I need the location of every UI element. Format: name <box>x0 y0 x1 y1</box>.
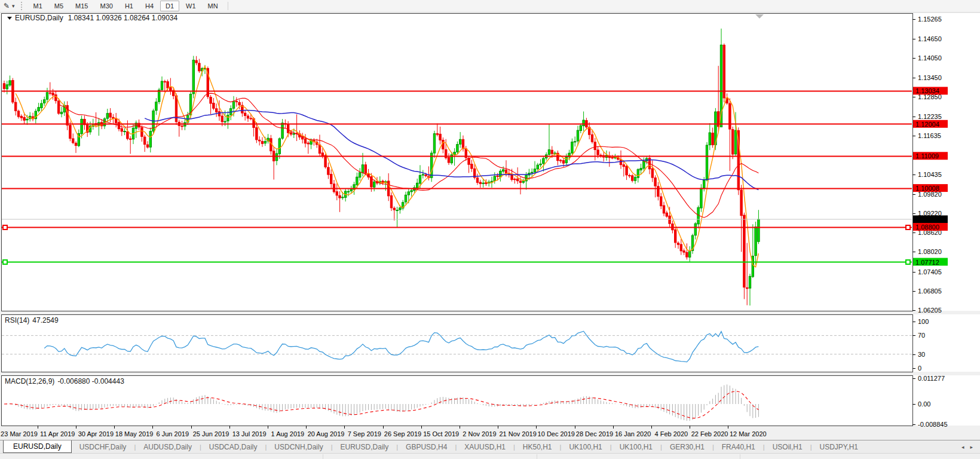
trading-platform-window: { "toolbar": { "draw_icon": "pen-icon", … <box>0 0 980 459</box>
chart-tab-uk100-h1[interactable]: UK100,H1 <box>561 440 610 454</box>
tab-scroll-right-icon[interactable]: ▸ <box>970 444 973 450</box>
statusbar-divider <box>537 454 537 459</box>
chart-tab-usdcad-daily[interactable]: USDCAD,Daily <box>201 440 265 454</box>
macd-current-values: -0.006880 -0.004443 <box>57 377 124 385</box>
svg-text:1.09034: 1.09034 <box>915 216 939 223</box>
statusbar-divider <box>740 454 740 459</box>
chart-tab-eurusd-daily[interactable]: EURUSD,Daily <box>333 440 397 454</box>
chart-tab-eurusd-daily[interactable]: EURUSD,Daily <box>3 440 72 453</box>
date-tick-label: 13 Jul 2019 <box>232 430 267 437</box>
price-tick-label: 1.14050 <box>918 54 942 62</box>
svg-text:1.07712: 1.07712 <box>915 259 939 266</box>
tab-scroll-left-icon[interactable]: ◂ <box>961 444 964 450</box>
price-tick-label: 1.06805 <box>918 287 942 295</box>
chart-tab-gbpusd-h4[interactable]: GBPUSD,H4 <box>398 440 455 454</box>
price-label-1.11009: 1.11009 <box>913 152 948 160</box>
macd-tick-label: 0.011277 <box>918 375 945 382</box>
price-tick-label: 1.10435 <box>918 171 942 178</box>
main-chart-panel[interactable] <box>1 13 912 311</box>
rsi-tick-label: 70 <box>918 332 925 339</box>
price-label-1.12004: 1.12004 <box>913 120 948 128</box>
date-tick-label: 22 Feb 2020 <box>691 430 728 437</box>
date-tick-label: 12 Mar 2020 <box>730 430 767 437</box>
date-tick-label: 18 May 2019 <box>115 430 154 437</box>
rsi-name: RSI(14) <box>5 316 29 325</box>
chart-tab-usdjpy-h1[interactable]: USDJPY,H1 <box>812 440 866 454</box>
date-tick-label: 28 Dec 2019 <box>576 430 613 437</box>
date-tick-label: 26 Sep 2019 <box>384 430 421 437</box>
chart-tab-xauusd-h1[interactable]: XAUUSD,H1 <box>457 440 513 454</box>
date-tick-label: 4 Feb 2020 <box>655 430 688 437</box>
macd-indicator-label: MACD(12,26,9)-0.006880 -0.004443 <box>5 377 124 385</box>
rsi-tick-label: 30 <box>918 351 925 358</box>
rsi-tick-label: 0 <box>918 365 921 372</box>
price-tick-label: 1.15265 <box>918 16 942 23</box>
rsi-panel[interactable] <box>1 314 912 372</box>
price-label-1.13034: 1.13034 <box>913 87 948 94</box>
macd-tick-label: 0.00 <box>918 400 930 408</box>
date-tick-label: 16 Jan 2020 <box>615 430 651 437</box>
date-tick-label: 30 Apr 2019 <box>78 430 114 437</box>
date-tick-label: 1 Aug 2019 <box>271 430 305 437</box>
chart-ohlc-values: 1.08341 1.09326 1.08264 1.09034 <box>68 14 178 22</box>
price-tick-label: 1.06205 <box>918 307 942 314</box>
date-tick-label: 2 Nov 2019 <box>463 430 496 437</box>
chart-symbol-title: EURUSD,Daily <box>15 14 63 22</box>
price-tick-label: 1.13450 <box>918 74 942 81</box>
chart-tab-hk50-h1[interactable]: HK50,H1 <box>515 440 560 454</box>
statusbar-divider <box>323 454 323 459</box>
price-label-1.08800: 1.08800 <box>913 223 948 231</box>
macd-name: MACD(12,26,9) <box>5 377 54 385</box>
price-tick-label: 1.11635 <box>918 132 941 139</box>
rsi-current-value: 47.2549 <box>32 316 59 325</box>
date-tick-label: 15 Oct 2019 <box>423 430 459 437</box>
chart-canvas[interactable]: 1.152651.146501.140501.134501.128501.122… <box>0 0 980 440</box>
svg-text:1.08800: 1.08800 <box>915 224 939 231</box>
chart-tab-bar: EURUSD,DailyUSDCHF,Daily|AUDUSD,Daily|US… <box>0 440 980 454</box>
svg-text:1.13034: 1.13034 <box>915 87 939 94</box>
rsi-tick-label: 100 <box>918 318 929 325</box>
date-tick-label: 21 Nov 2019 <box>499 430 536 437</box>
chart-tab-strip: EURUSD,DailyUSDCHF,Daily|AUDUSD,Daily|US… <box>0 440 954 454</box>
date-axis[interactable]: 23 Mar 201911 Apr 201930 Apr 201918 May … <box>0 426 767 437</box>
chart-tab-usdcnh-daily[interactable]: USDCNH,Daily <box>267 440 330 454</box>
price-tick-label: 1.14650 <box>918 35 942 42</box>
tab-scroll-arrows: ◂ ▸ <box>954 440 980 454</box>
date-tick-label: 23 Mar 2019 <box>1 430 38 437</box>
chart-tab-fra40-h1[interactable]: FRA40,H1 <box>714 440 763 454</box>
chart-title: EURUSD,Daily1.08341 1.09326 1.08264 1.09… <box>15 14 178 22</box>
date-tick-label: 11 Apr 2019 <box>40 430 75 437</box>
price-tick-label: 1.07405 <box>918 268 942 276</box>
date-tick-label: 6 Jun 2019 <box>157 430 189 437</box>
chart-tab-audusd-daily[interactable]: AUDUSD,Daily <box>136 440 200 454</box>
price-label-1.10008: 1.10008 <box>913 184 948 192</box>
date-tick-label: 25 Jun 2019 <box>193 430 229 437</box>
chart-tab-usoil-h1[interactable]: USOil,H1 <box>765 440 810 454</box>
svg-text:1.12004: 1.12004 <box>915 121 939 128</box>
price-tick-label: 1.12235 <box>918 113 942 120</box>
chart-tab-uk100-h1[interactable]: UK100,H1 <box>612 440 660 454</box>
price-label-1.09034: 1.09034 <box>913 215 948 223</box>
date-tick-label: 10 Dec 2019 <box>538 430 575 437</box>
date-tick-label: 20 Aug 2019 <box>308 430 345 437</box>
svg-text:1.11009: 1.11009 <box>915 152 939 160</box>
chart-tab-usdchf-daily[interactable]: USDCHF,Daily <box>72 440 134 454</box>
price-label-1.07712: 1.07712 <box>913 258 948 266</box>
price-tick-label: 1.08020 <box>918 248 942 255</box>
date-tick-label: 7 Sep 2019 <box>348 430 381 437</box>
macd-tick-label: -0.008845 <box>918 421 948 428</box>
status-bar <box>0 453 980 459</box>
chart-tab-ger30-h1[interactable]: GER30,H1 <box>662 440 712 454</box>
svg-text:1.10008: 1.10008 <box>915 185 939 192</box>
macd-panel[interactable] <box>1 375 912 426</box>
